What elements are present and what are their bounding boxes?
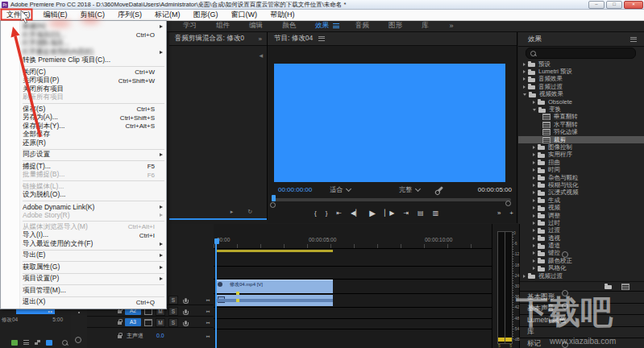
play-button[interactable]: ▶: [369, 209, 376, 218]
workspace-tab-7[interactable]: 库: [412, 21, 438, 31]
menubar-item-sequence[interactable]: 序列(S): [111, 10, 148, 20]
expand-arrow-icon[interactable]: [533, 153, 535, 156]
effects-tree-item-26[interactable]: 颜色校正: [518, 257, 644, 264]
expand-arrow-icon[interactable]: [523, 77, 526, 81]
effects-tree-item-1[interactable]: Lumetri 预设: [518, 68, 644, 75]
new-custom-bin-icon[interactable]: [605, 285, 612, 289]
expand-arrow-icon[interactable]: [533, 229, 535, 232]
mute-button[interactable]: M: [156, 318, 165, 327]
effects-tree-item-9[interactable]: 羽化边缘: [518, 129, 644, 136]
pan-icon[interactable]: ▸◂: [206, 320, 209, 325]
extract-button[interactable]: ▥: [433, 209, 439, 217]
track-badge[interactable]: A3: [125, 318, 141, 326]
expand-arrow-icon[interactable]: [533, 191, 535, 194]
pan-icon[interactable]: ▸◂: [206, 309, 209, 313]
solo-button[interactable]: S: [168, 318, 178, 327]
effects-tree-item-22[interactable]: 过渡: [518, 227, 644, 234]
solo-button[interactable]: S: [168, 307, 178, 316]
expand-arrow-icon[interactable]: [533, 101, 535, 104]
workspace-tab-1[interactable]: 组件: [206, 21, 239, 31]
effects-tree-item-7[interactable]: 垂直翻转: [518, 114, 644, 121]
workspace-tab-5[interactable]: 音频: [346, 21, 379, 31]
effects-tree-item-14[interactable]: 时间: [518, 166, 644, 173]
expand-arrow-icon[interactable]: [523, 63, 526, 66]
effects-tree-item-2[interactable]: 音频效果: [518, 76, 644, 83]
effects-tree-item-5[interactable]: Obsolete: [518, 98, 644, 106]
effects-tree-item-20[interactable]: 调整: [518, 212, 644, 219]
playhead-handle[interactable]: [214, 238, 219, 244]
lock-icon[interactable]: [118, 321, 122, 325]
program-scrubber[interactable]: [272, 198, 511, 201]
lock-icon[interactable]: [118, 310, 122, 313]
panel-menu-icon[interactable]: [318, 36, 325, 41]
zoom-level-dropdown[interactable]: 适合: [330, 185, 351, 194]
tabbar-overflow-icon[interactable]: »: [450, 22, 454, 30]
work-area-bar[interactable]: [215, 250, 333, 252]
effects-tree-item-27[interactable]: 风格化: [518, 265, 644, 272]
effects-tree-item-18[interactable]: 生成: [518, 197, 644, 204]
icon-view-active-icon[interactable]: [46, 340, 52, 346]
playback-resolution-dropdown[interactable]: 完整: [399, 185, 420, 194]
menubar-item-help[interactable]: 帮助(H): [264, 10, 301, 20]
voiceover-mic-icon[interactable]: [185, 321, 187, 325]
file-menu-item-18[interactable]: 设为脱机(O)...: [1, 191, 166, 200]
audio-clip[interactable]: [215, 295, 333, 306]
file-menu-item-25[interactable]: 获取属性(G): [1, 263, 166, 272]
program-playhead[interactable]: [272, 195, 276, 201]
mixer-footer-icons[interactable]: ▸ ↻: [231, 209, 259, 215]
effects-tree-item-15[interactable]: 杂色与颗粒: [518, 174, 644, 181]
lift-button[interactable]: ▤: [418, 209, 424, 217]
effects-tree-item-11[interactable]: 图像控制: [518, 143, 644, 151]
effects-tree-item-3[interactable]: 音频过渡: [518, 83, 644, 90]
expand-arrow-icon[interactable]: [523, 70, 526, 73]
file-menu-item-13[interactable]: 还原(R): [1, 139, 166, 148]
collapse-arrow-icon[interactable]: [523, 93, 526, 96]
list-view-icon[interactable]: [23, 340, 29, 345]
file-menu-item-26[interactable]: 项目设置(P): [1, 275, 166, 284]
effects-tree-item-19[interactable]: 视频: [518, 204, 644, 211]
effects-tree-item-17[interactable]: 沉浸式视频: [518, 189, 644, 197]
video-clip[interactable]: 修改04.mp4 [V]: [215, 280, 333, 293]
expand-arrow-icon[interactable]: [533, 168, 535, 172]
file-menu-item-4[interactable]: 转换 Premiere Clip 项目(C)...: [1, 56, 166, 65]
effects-tree-item-21[interactable]: 过时: [518, 219, 644, 226]
workspace-menu-icon[interactable]: [333, 23, 339, 28]
mark-in-button[interactable]: {: [314, 209, 317, 217]
effects-search-input[interactable]: [526, 48, 636, 59]
expand-arrow-icon[interactable]: [533, 184, 535, 187]
workspace-tab-0[interactable]: 学习: [173, 21, 206, 31]
effects-tree-item-10[interactable]: 裁剪: [518, 136, 644, 143]
go-to-out-button[interactable]: ⇥: [403, 209, 409, 217]
add-button[interactable]: +: [509, 209, 513, 217]
pan-icon[interactable]: ▸◂: [206, 334, 209, 338]
workspace-tab-4[interactable]: 效果: [305, 21, 331, 31]
step-forward-button[interactable]: ▏▶: [384, 209, 394, 217]
new-item-icon[interactable]: [11, 340, 18, 346]
expand-arrow-icon[interactable]: [533, 267, 535, 270]
expand-arrow-icon[interactable]: [533, 161, 535, 164]
file-menu-item-24[interactable]: 导出(E): [1, 251, 166, 260]
effects-tree-item-28[interactable]: 视频过渡: [518, 272, 644, 280]
effects-tree-item-25[interactable]: 键控: [518, 250, 644, 257]
panel-overflow-icon[interactable]: »: [259, 35, 262, 43]
pan-icon[interactable]: ▸◂: [206, 297, 209, 302]
delete-custom-item-icon[interactable]: [621, 284, 629, 290]
master-level-value[interactable]: 0.0: [156, 333, 164, 338]
panel-menu-icon[interactable]: [630, 37, 637, 42]
program-tab[interactable]: 节目: 修改04: [268, 32, 517, 46]
workspace-tab-3[interactable]: 颜色: [272, 21, 305, 31]
file-menu-item-28[interactable]: 退出(X)Ctrl+Q: [1, 298, 166, 307]
file-menu-item-14[interactable]: 同步设置: [1, 151, 166, 160]
close-button[interactable]: ×: [624, 1, 643, 9]
scroll-left-icon[interactable]: ◀: [259, 52, 263, 58]
scrub-zoom-handle[interactable]: [270, 202, 276, 208]
lock-icon[interactable]: [118, 335, 122, 338]
expand-arrow-icon[interactable]: [533, 237, 535, 240]
icon-view-icon[interactable]: [35, 340, 40, 345]
mark-out-button[interactable]: }: [326, 209, 328, 217]
file-menu-item-19[interactable]: Adobe Dynamic Link(K): [1, 203, 166, 212]
menubar-item-window[interactable]: 窗口(W): [225, 10, 264, 20]
maximize-button[interactable]: □: [606, 1, 622, 9]
hand-tool-icon[interactable]: [75, 337, 81, 343]
expand-arrow-icon[interactable]: [533, 176, 535, 180]
